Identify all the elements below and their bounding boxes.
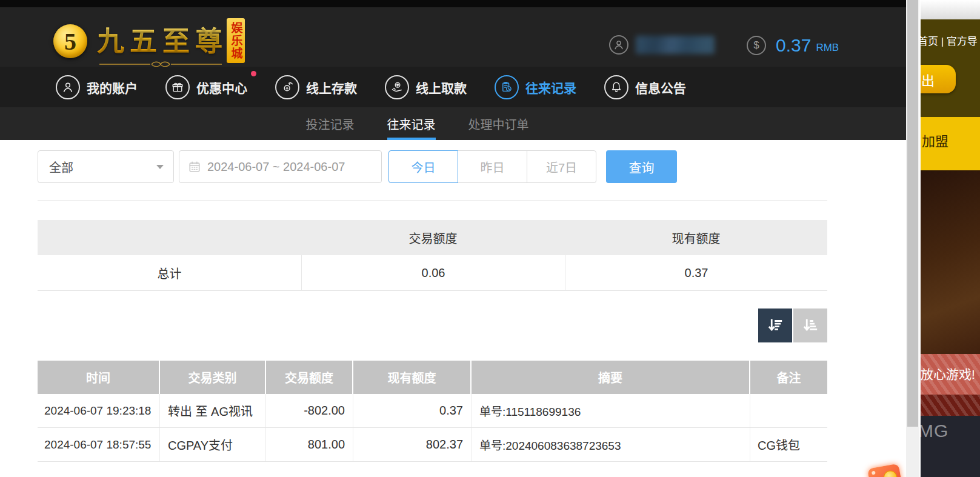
col-header-balance: 现有额度 — [353, 361, 472, 394]
site-header: 5 九五至尊 娱乐城 — [0, 7, 906, 67]
tab-betting-records[interactable]: 投注记录 — [306, 107, 355, 140]
range-button-label: 昨日 — [481, 158, 505, 176]
type-dropdown[interactable]: 全部 — [38, 150, 174, 183]
background-window: 首页 | 官方导 出 加盟 放心游戏! MG — [919, 0, 980, 477]
cell-note — [750, 394, 827, 427]
date-range-picker[interactable]: 2024-06-07 ~ 2024-06-07 — [179, 150, 382, 183]
sort-ascending-icon — [801, 316, 819, 335]
cell-amount: 801.00 — [266, 428, 353, 461]
summary-header-balance: 现有额度 — [565, 229, 827, 247]
brand-logo-number: 5 — [64, 27, 76, 56]
query-button-label: 查询 — [629, 158, 655, 176]
withdraw-icon — [385, 75, 409, 99]
sub-tabbar: 投注记录 往来记录 处理中订单 — [0, 107, 906, 140]
nav-item-promotions[interactable]: 优惠中心 — [165, 75, 247, 99]
side-top-links[interactable]: 首页 | 官方导 — [919, 33, 978, 48]
nav-label: 往来记录 — [525, 78, 576, 96]
gift-icon — [165, 75, 190, 99]
query-button[interactable]: 查询 — [606, 150, 677, 183]
red-envelope-icon[interactable] — [867, 464, 902, 477]
side-banner-text: 放心游戏! — [921, 364, 975, 382]
cell-summary: 单号:115118699136 — [472, 394, 750, 427]
summary-table: 交易额度 现有额度 总计 0.06 0.37 — [38, 220, 827, 291]
type-dropdown-value: 全部 — [49, 158, 73, 176]
side-join-link[interactable]: 加盟 — [922, 130, 948, 150]
brand-badge-text: 娱乐城 — [230, 22, 242, 60]
side-logout-button[interactable]: 出 — [919, 65, 956, 93]
sort-ascending-button[interactable] — [793, 309, 827, 342]
summary-total-row: 总计 0.06 0.37 — [38, 255, 827, 291]
range-button-last7days[interactable]: 近7日 — [527, 150, 596, 183]
records-icon — [495, 75, 519, 99]
cell-amount: -802.00 — [266, 394, 353, 427]
side-yellow-band: 加盟 — [921, 117, 980, 170]
cell-balance: 0.37 — [353, 394, 472, 427]
nav-label: 信息公告 — [635, 78, 686, 96]
summary-header-row: 交易额度 现有额度 — [38, 220, 827, 255]
side-logout-label: 出 — [921, 70, 935, 89]
cell-type: CGPAY支付 — [160, 428, 266, 461]
user-account[interactable] — [609, 35, 715, 55]
col-header-note: 备注 — [750, 361, 827, 394]
range-button-yesterday[interactable]: 昨日 — [458, 150, 527, 183]
cell-time: 2024-06-07 18:57:55 — [38, 428, 160, 461]
cell-summary: 单号:202406083638723653 — [472, 428, 750, 461]
screen: 5 九五至尊 娱乐城 — [0, 0, 980, 477]
summary-total-amount: 0.06 — [301, 255, 565, 291]
range-button-label: 今日 — [412, 158, 436, 176]
col-header-amount: 交易额度 — [266, 361, 353, 394]
nav-item-deposit[interactable]: 线上存款 — [275, 75, 357, 99]
table-row: 2024-06-07 19:23:18 转出 至 AG视讯 -802.00 0.… — [38, 394, 827, 428]
records-table: 时间 交易类别 交易额度 现有额度 摘要 备注 2024-06-07 19:23… — [38, 361, 827, 462]
bell-icon — [604, 75, 628, 99]
chevron-down-icon — [156, 165, 164, 169]
main-viewport: 5 九五至尊 娱乐城 — [0, 0, 906, 477]
nav-item-my-account[interactable]: 我的账户 — [56, 75, 138, 99]
balance-amount: 0.37 — [776, 35, 811, 56]
table-row: 2024-06-07 18:57:55 CGPAY支付 801.00 802.3… — [38, 428, 827, 462]
cell-note: CG钱包 — [750, 428, 827, 461]
col-header-summary: 摘要 — [472, 361, 750, 394]
user-avatar-icon — [609, 35, 628, 55]
balance-currency: RMB — [816, 37, 839, 54]
nav-item-withdraw[interactable]: 线上取款 — [385, 75, 467, 99]
tab-processing-orders[interactable]: 处理中订单 — [468, 107, 529, 140]
side-header-area: 首页 | 官方导 出 — [921, 19, 980, 117]
col-header-time: 时间 — [38, 361, 160, 394]
nav-label: 优惠中心 — [196, 78, 247, 96]
cell-type: 转出 至 AG视讯 — [160, 394, 266, 427]
date-range-value: 2024-06-07 ~ 2024-06-07 — [207, 160, 345, 174]
side-top-strip — [921, 0, 980, 19]
sort-descending-icon — [766, 316, 784, 335]
range-button-label: 近7日 — [546, 158, 577, 176]
dollar-glyph: $ — [753, 39, 759, 52]
main-nav: 我的账户 优惠中心 线上存款 — [0, 67, 906, 107]
range-button-today[interactable]: 今日 — [388, 150, 458, 183]
nav-label: 我的账户 — [87, 78, 138, 96]
side-provider-band: MG — [921, 416, 980, 477]
scrollbar-thumb[interactable] — [907, 0, 918, 427]
envelope-sparkle — [872, 471, 876, 475]
username-blurred — [636, 36, 715, 54]
cell-time: 2024-06-07 19:23:18 — [38, 394, 160, 427]
dollar-circle-icon: $ — [747, 36, 766, 55]
vertical-scrollbar[interactable] — [906, 0, 919, 477]
summary-header-amount: 交易额度 — [301, 229, 565, 247]
sort-descending-button[interactable] — [758, 309, 792, 342]
nav-label: 线上取款 — [416, 78, 467, 96]
nav-item-transaction-records[interactable]: 往来记录 — [495, 75, 576, 99]
tab-transaction-records[interactable]: 往来记录 — [387, 107, 436, 140]
brand-name: 九五至尊 — [97, 19, 228, 59]
summary-total-label: 总计 — [38, 264, 301, 282]
brand-logo-icon: 5 — [53, 24, 87, 58]
envelope-coin — [882, 470, 898, 477]
balance[interactable]: $ 0.37 RMB — [747, 35, 839, 56]
sort-controls — [758, 309, 827, 342]
col-header-type: 交易类别 — [160, 361, 266, 394]
notification-dot — [251, 71, 256, 76]
active-tab-underline — [387, 138, 436, 140]
nav-item-announcements[interactable]: 信息公告 — [604, 75, 686, 99]
side-banner: 放心游戏! — [921, 354, 980, 395]
tab-label: 投注记录 — [306, 115, 355, 133]
cell-balance: 802.37 — [353, 428, 472, 461]
